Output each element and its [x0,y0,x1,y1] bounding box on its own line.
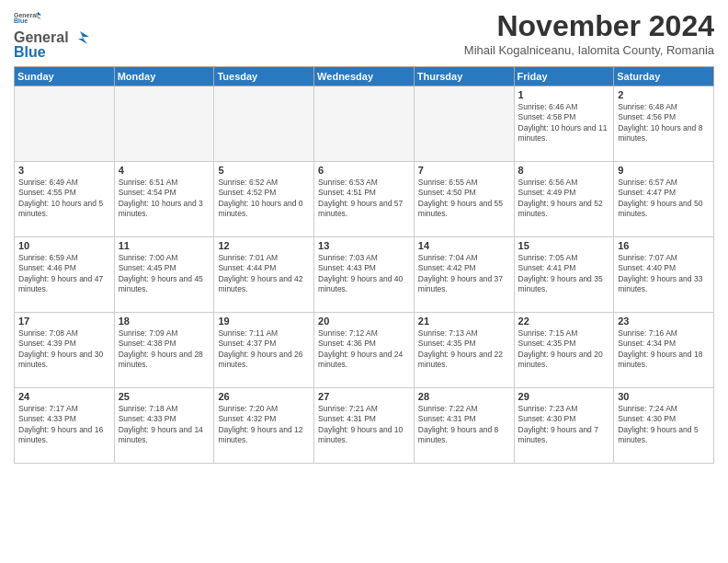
day-info: Sunrise: 7:00 AM Sunset: 4:45 PM Dayligh… [119,253,210,295]
day-info: Sunrise: 6:48 AM Sunset: 4:56 PM Dayligh… [618,102,710,144]
calendar-cell [414,86,514,162]
day-info: Sunrise: 7:15 AM Sunset: 4:35 PM Dayligh… [518,328,610,371]
calendar-cell [114,86,214,162]
calendar-header-sunday: Sunday [15,67,115,86]
logo-icon: General Blue [14,9,41,26]
day-number: 21 [418,316,510,327]
day-info: Sunrise: 7:21 AM Sunset: 4:31 PM Dayligh… [318,404,410,446]
calendar-cell: 27Sunrise: 7:21 AM Sunset: 4:31 PM Dayli… [314,388,415,464]
svg-text:General: General [14,12,38,18]
calendar-cell: 4Sunrise: 6:51 AM Sunset: 4:54 PM Daylig… [114,162,214,237]
day-number: 16 [618,240,710,251]
day-number: 4 [119,165,210,176]
calendar-week-2: 3Sunrise: 6:49 AM Sunset: 4:55 PM Daylig… [15,162,714,237]
calendar-cell: 20Sunrise: 7:12 AM Sunset: 4:36 PM Dayli… [314,313,415,388]
svg-marker-3 [38,17,41,19]
day-info: Sunrise: 7:17 AM Sunset: 4:33 PM Dayligh… [18,404,110,446]
day-number: 2 [618,89,710,100]
day-number: 14 [418,240,510,251]
day-info: Sunrise: 7:24 AM Sunset: 4:30 PM Dayligh… [618,404,710,446]
calendar-cell: 17Sunrise: 7:08 AM Sunset: 4:39 PM Dayli… [15,313,115,388]
calendar-header-friday: Friday [514,67,614,86]
day-number: 30 [618,391,710,402]
day-info: Sunrise: 6:59 AM Sunset: 4:46 PM Dayligh… [18,253,110,295]
day-number: 3 [18,165,110,176]
calendar-cell: 30Sunrise: 7:24 AM Sunset: 4:30 PM Dayli… [614,388,714,464]
day-info: Sunrise: 7:20 AM Sunset: 4:32 PM Dayligh… [218,404,310,446]
calendar-header-tuesday: Tuesday [214,67,314,86]
calendar-cell: 6Sunrise: 6:53 AM Sunset: 4:51 PM Daylig… [314,162,415,237]
calendar-week-4: 17Sunrise: 7:08 AM Sunset: 4:39 PM Dayli… [15,313,714,388]
calendar-cell: 8Sunrise: 6:56 AM Sunset: 4:49 PM Daylig… [514,162,614,237]
calendar-cell: 7Sunrise: 6:55 AM Sunset: 4:50 PM Daylig… [414,162,514,237]
day-info: Sunrise: 6:55 AM Sunset: 4:50 PM Dayligh… [418,178,510,220]
day-number: 15 [518,240,610,251]
day-info: Sunrise: 7:18 AM Sunset: 4:33 PM Dayligh… [119,404,210,446]
day-number: 26 [218,391,310,402]
calendar-cell: 23Sunrise: 7:16 AM Sunset: 4:34 PM Dayli… [614,313,714,388]
calendar-header-row: SundayMondayTuesdayWednesdayThursdayFrid… [15,67,714,86]
day-number: 29 [518,391,610,402]
header: General Blue General Blue November 2024 … [14,9,714,61]
calendar-cell: 3Sunrise: 6:49 AM Sunset: 4:55 PM Daylig… [15,162,115,237]
calendar-cell: 14Sunrise: 7:04 AM Sunset: 4:42 PM Dayli… [414,237,514,313]
day-info: Sunrise: 6:52 AM Sunset: 4:52 PM Dayligh… [218,178,310,220]
calendar-cell: 29Sunrise: 7:23 AM Sunset: 4:30 PM Dayli… [514,388,614,464]
day-number: 7 [418,165,510,176]
calendar-header-monday: Monday [114,67,214,86]
calendar-cell: 21Sunrise: 7:13 AM Sunset: 4:35 PM Dayli… [414,313,514,388]
svg-text:Blue: Blue [14,17,28,24]
day-number: 5 [218,165,310,176]
calendar-header-wednesday: Wednesday [314,67,415,86]
day-number: 18 [119,316,210,327]
day-info: Sunrise: 7:23 AM Sunset: 4:30 PM Dayligh… [518,404,610,446]
calendar-cell [214,86,314,162]
calendar-week-1: 1Sunrise: 6:46 AM Sunset: 4:58 PM Daylig… [15,86,714,162]
day-info: Sunrise: 7:09 AM Sunset: 4:38 PM Dayligh… [119,328,210,371]
day-number: 11 [119,240,210,251]
calendar-cell: 24Sunrise: 7:17 AM Sunset: 4:33 PM Dayli… [15,388,115,464]
calendar-table: SundayMondayTuesdayWednesdayThursdayFrid… [14,66,714,464]
calendar-header-saturday: Saturday [614,67,714,86]
day-number: 9 [618,165,710,176]
title-block: November 2024 Mihail Kogalniceanu, Ialom… [464,9,714,57]
calendar-header-thursday: Thursday [414,67,514,86]
logo-blue: Blue [14,44,46,61]
day-info: Sunrise: 6:56 AM Sunset: 4:49 PM Dayligh… [518,178,610,220]
calendar-cell: 13Sunrise: 7:03 AM Sunset: 4:43 PM Dayli… [314,237,415,313]
day-number: 23 [618,316,710,327]
day-info: Sunrise: 7:11 AM Sunset: 4:37 PM Dayligh… [218,328,310,371]
day-info: Sunrise: 7:22 AM Sunset: 4:31 PM Dayligh… [418,404,510,446]
calendar-cell: 19Sunrise: 7:11 AM Sunset: 4:37 PM Dayli… [214,313,314,388]
day-info: Sunrise: 6:57 AM Sunset: 4:47 PM Dayligh… [618,178,710,220]
day-info: Sunrise: 7:16 AM Sunset: 4:34 PM Dayligh… [618,328,710,371]
page: General Blue General Blue November 2024 … [0,0,728,563]
day-info: Sunrise: 6:49 AM Sunset: 4:55 PM Dayligh… [18,178,110,220]
day-number: 19 [218,316,310,327]
day-info: Sunrise: 7:04 AM Sunset: 4:42 PM Dayligh… [418,253,510,295]
calendar-cell: 12Sunrise: 7:01 AM Sunset: 4:44 PM Dayli… [214,237,314,313]
logo-bird-icon [69,28,89,48]
day-number: 25 [119,391,210,402]
calendar-cell: 18Sunrise: 7:09 AM Sunset: 4:38 PM Dayli… [114,313,214,388]
day-number: 17 [18,316,110,327]
calendar-cell: 9Sunrise: 6:57 AM Sunset: 4:47 PM Daylig… [614,162,714,237]
day-info: Sunrise: 7:07 AM Sunset: 4:40 PM Dayligh… [618,253,710,295]
calendar-cell: 22Sunrise: 7:15 AM Sunset: 4:35 PM Dayli… [514,313,614,388]
calendar-cell: 28Sunrise: 7:22 AM Sunset: 4:31 PM Dayli… [414,388,514,464]
day-info: Sunrise: 6:53 AM Sunset: 4:51 PM Dayligh… [318,178,410,220]
day-number: 6 [318,165,410,176]
day-number: 28 [418,391,510,402]
day-info: Sunrise: 7:01 AM Sunset: 4:44 PM Dayligh… [218,253,310,295]
calendar-week-5: 24Sunrise: 7:17 AM Sunset: 4:33 PM Dayli… [15,388,714,464]
calendar-cell: 26Sunrise: 7:20 AM Sunset: 4:32 PM Dayli… [214,388,314,464]
calendar-cell: 15Sunrise: 7:05 AM Sunset: 4:41 PM Dayli… [514,237,614,313]
calendar-week-3: 10Sunrise: 6:59 AM Sunset: 4:46 PM Dayli… [15,237,714,313]
day-info: Sunrise: 7:03 AM Sunset: 4:43 PM Dayligh… [318,253,410,295]
day-info: Sunrise: 6:51 AM Sunset: 4:54 PM Dayligh… [119,178,210,220]
svg-marker-2 [38,12,41,16]
calendar-cell: 11Sunrise: 7:00 AM Sunset: 4:45 PM Dayli… [114,237,214,313]
logo: General Blue General Blue [14,9,89,61]
day-info: Sunrise: 7:12 AM Sunset: 4:36 PM Dayligh… [318,328,410,371]
day-number: 27 [318,391,410,402]
